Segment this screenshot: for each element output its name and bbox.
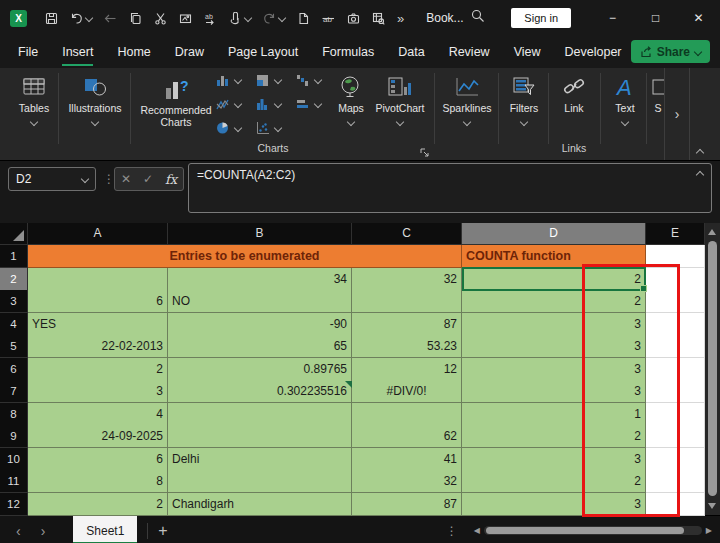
hscroll-left-icon[interactable]: ◀ — [474, 526, 480, 535]
tab-home[interactable]: Home — [117, 39, 150, 66]
sheet-tab-sheet1[interactable]: Sheet1 — [73, 516, 137, 543]
cell-B10[interactable]: Delhi — [168, 448, 352, 471]
camera-icon[interactable] — [347, 12, 360, 25]
tab-draw[interactable]: Draw — [175, 39, 204, 66]
cell-B12[interactable]: Chandigarh — [168, 493, 352, 516]
vertical-scrollbar[interactable] — [705, 223, 720, 515]
recommended-charts-button[interactable]: ? Recommended Charts — [134, 74, 218, 128]
cell-A11[interactable]: 8 — [28, 470, 168, 493]
tables-button[interactable]: Tables — [10, 72, 58, 125]
cell-A8[interactable]: 4 — [28, 403, 168, 426]
tab-review[interactable]: Review — [449, 39, 490, 66]
redo-button[interactable] — [263, 12, 285, 25]
copy-icon[interactable] — [129, 12, 142, 25]
scroll-down-icon[interactable] — [708, 503, 716, 509]
row-header-7[interactable]: 7 — [0, 380, 28, 403]
column-header-A[interactable]: A — [28, 223, 168, 245]
next-sheet-icon[interactable]: › — [41, 523, 46, 539]
text-button[interactable]: A Text — [604, 72, 646, 125]
row-header-4[interactable]: 4 — [0, 313, 28, 336]
cell-A7[interactable]: 3 — [28, 380, 168, 403]
cell-C3[interactable] — [352, 290, 462, 313]
cell-B11[interactable] — [168, 470, 352, 493]
cell-C9[interactable]: 62 — [352, 425, 462, 448]
cell-C10[interactable]: 41 — [352, 448, 462, 471]
ribbon-scroll-right-button[interactable]: › — [664, 68, 690, 160]
sign-in-button[interactable]: Sign in — [511, 8, 571, 28]
horizontal-scrollbar[interactable] — [484, 526, 702, 535]
cell-A12[interactable]: 2 — [28, 493, 168, 516]
tab-developer[interactable]: Developer — [565, 39, 622, 66]
share-button[interactable]: Share — [631, 40, 710, 63]
cell-C8[interactable] — [352, 403, 462, 426]
line-chart-button[interactable] — [216, 94, 252, 114]
cell-A2[interactable] — [28, 268, 168, 291]
minimize-button[interactable]: − — [591, 0, 634, 36]
collapse-ribbon-icon[interactable] — [697, 142, 703, 160]
cell-A4[interactable]: YES — [28, 313, 168, 336]
cell-A6[interactable]: 2 — [28, 358, 168, 381]
pie-chart-button[interactable] — [216, 118, 252, 138]
cell-C2[interactable]: 32 — [352, 268, 462, 291]
histogram-chart-button[interactable] — [256, 94, 292, 114]
tab-data[interactable]: Data — [398, 39, 424, 66]
name-box[interactable]: D2 — [8, 167, 96, 191]
search-icon[interactable] — [471, 9, 485, 27]
cell-A10[interactable]: 6 — [28, 448, 168, 471]
cell-B4[interactable]: -90 — [168, 313, 352, 336]
replace-icon[interactable]: ab — [204, 12, 217, 25]
row-header-11[interactable]: 11 — [0, 470, 28, 493]
row-header-3[interactable]: 3 — [0, 290, 28, 313]
strikethrough-icon[interactable]: ab — [322, 12, 335, 25]
cell-B5[interactable]: 65 — [168, 335, 352, 358]
row-header-1[interactable]: 1 — [0, 245, 28, 268]
tab-view[interactable]: View — [514, 39, 541, 66]
hscroll-right-icon[interactable]: ▶ — [706, 526, 712, 535]
cell-B8[interactable] — [168, 403, 352, 426]
column-chart-button[interactable] — [216, 70, 252, 90]
row-header-6[interactable]: 6 — [0, 358, 28, 381]
more-commands-icon[interactable]: » — [397, 11, 404, 26]
cell-B6[interactable]: 0.89765 — [168, 358, 352, 381]
name-box-dropdown-icon[interactable] — [81, 175, 89, 183]
cell-B2[interactable]: 34 — [168, 268, 352, 291]
maximize-button[interactable]: □ — [634, 0, 677, 36]
cell-A5[interactable]: 22-02-2013 — [28, 335, 168, 358]
cell-A3[interactable]: 6 — [28, 290, 168, 313]
enter-icon[interactable]: ✓ — [143, 172, 153, 186]
cell-C6[interactable]: 12 — [352, 358, 462, 381]
insert-function-icon[interactable]: fx — [165, 172, 177, 187]
charts-dialog-launcher-icon[interactable] — [420, 144, 430, 162]
scroll-up-icon[interactable] — [708, 229, 716, 235]
back-icon[interactable] — [104, 12, 117, 25]
cell-A9[interactable]: 24-09-2025 — [28, 425, 168, 448]
row-header-10[interactable]: 10 — [0, 448, 28, 471]
select-all-corner[interactable] — [0, 223, 28, 245]
sheetbar-options-icon[interactable]: ⋮ — [446, 524, 458, 538]
scatter-chart-button[interactable] — [256, 118, 292, 138]
save-icon[interactable] — [45, 12, 58, 25]
cell-C5[interactable]: 53.23 — [352, 335, 462, 358]
illustrations-button[interactable]: Illustrations — [62, 72, 128, 125]
cell-B3[interactable]: NO — [168, 290, 352, 313]
horizontal-scroll-thumb[interactable] — [486, 527, 684, 534]
column-header-E[interactable]: E — [646, 223, 705, 245]
tab-file[interactable]: File — [18, 39, 38, 66]
row-header-5[interactable]: 5 — [0, 335, 28, 358]
undo-button[interactable] — [70, 12, 92, 25]
picture-icon[interactable] — [179, 12, 192, 25]
bar-chart-button[interactable] — [296, 94, 332, 114]
sparklines-button[interactable]: Sparklines — [438, 72, 496, 125]
tab-page-layout[interactable]: Page Layout — [228, 39, 298, 66]
close-button[interactable]: ✕ — [677, 0, 720, 36]
row-header-2[interactable]: 2 — [0, 268, 28, 291]
collapse-formula-bar-icon[interactable] — [696, 171, 704, 179]
cell-C4[interactable]: 87 — [352, 313, 462, 336]
column-header-D[interactable]: D — [462, 223, 646, 245]
row-header-12[interactable]: 12 — [0, 493, 28, 516]
formula-input[interactable]: =COUNTA(A2:C2) — [188, 163, 712, 213]
treemap-chart-button[interactable] — [256, 70, 292, 90]
cell-A1-merged[interactable]: Entries to be enumerated — [28, 245, 462, 268]
tab-insert[interactable]: Insert — [62, 39, 93, 66]
preview-table-icon[interactable] — [372, 12, 385, 25]
